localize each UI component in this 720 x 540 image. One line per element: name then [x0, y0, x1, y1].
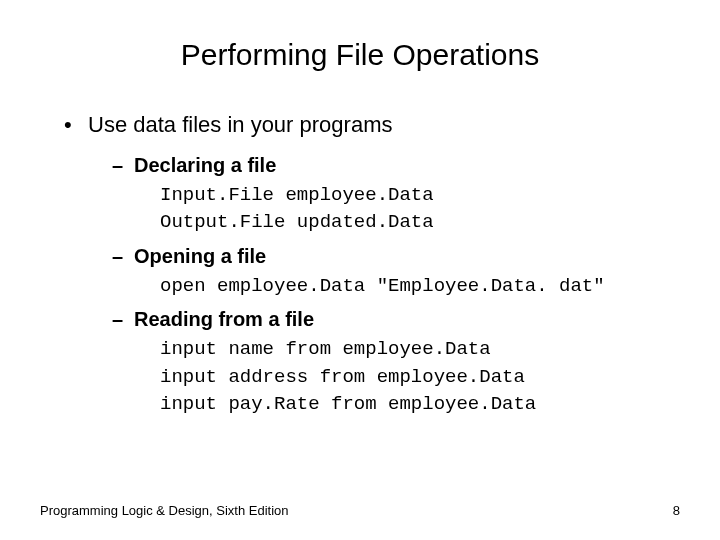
footer-left: Programming Logic & Design, Sixth Editio…: [40, 503, 289, 518]
code-line: input name from employee.Data: [160, 336, 680, 364]
code-line: Input.File employee.Data: [160, 182, 680, 210]
slide-title: Performing File Operations: [40, 38, 680, 72]
section-reading: Reading from a file input name from empl…: [112, 304, 680, 419]
section-heading: Declaring a file: [134, 154, 276, 176]
code-block: open employee.Data "Employee.Data. dat": [134, 273, 680, 301]
code-line: open employee.Data "Employee.Data. dat": [160, 273, 680, 301]
code-line: Output.File updated.Data: [160, 209, 680, 237]
code-line: input pay.Rate from employee.Data: [160, 391, 680, 419]
bullet-list-level2: Declaring a file Input.File employee.Dat…: [88, 150, 680, 419]
footer-page-number: 8: [673, 503, 680, 518]
code-block: input name from employee.Data input addr…: [134, 336, 680, 419]
code-block: Input.File employee.Data Output.File upd…: [134, 182, 680, 237]
section-heading: Reading from a file: [134, 308, 314, 330]
section-opening: Opening a file open employee.Data "Emplo…: [112, 241, 680, 301]
main-bullet-text: Use data files in your programs: [88, 112, 392, 137]
section-declaring: Declaring a file Input.File employee.Dat…: [112, 150, 680, 237]
section-heading: Opening a file: [134, 245, 266, 267]
slide-footer: Programming Logic & Design, Sixth Editio…: [40, 503, 680, 518]
bullet-list-level1: Use data files in your programs Declarin…: [40, 110, 680, 419]
main-bullet: Use data files in your programs Declarin…: [64, 110, 680, 419]
code-line: input address from employee.Data: [160, 364, 680, 392]
